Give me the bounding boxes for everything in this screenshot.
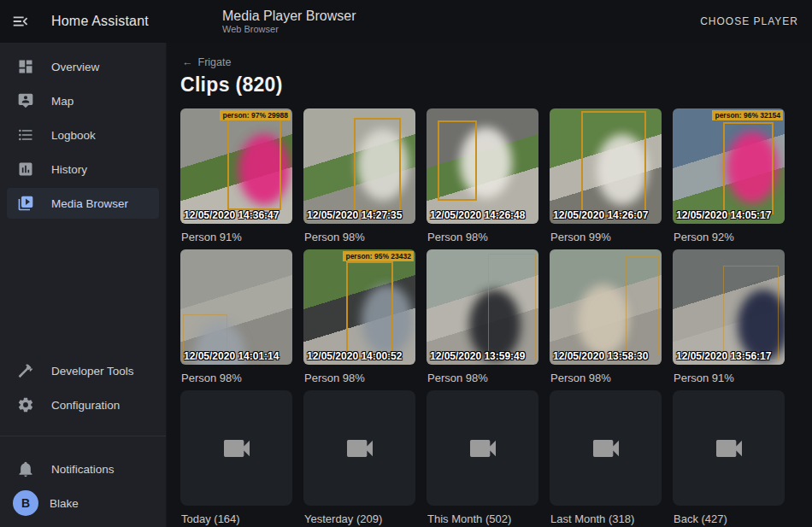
sidebar-item-developer-tools[interactable]: Developer Tools	[7, 355, 159, 386]
page-heading: Clips (820)	[180, 73, 798, 97]
clip-caption: Person 92%	[673, 231, 785, 243]
breadcrumb-label: Frigate	[198, 56, 232, 68]
sidebar-item-map[interactable]: Map	[7, 85, 159, 116]
folder-card[interactable]: This Month (502)	[427, 390, 538, 527]
folder-thumbnail	[550, 390, 662, 506]
clips-grid: person: 97% 29988 12/05/2020 14:36:47 Pe…	[180, 108, 798, 390]
app-title: Home Assistant	[51, 14, 149, 29]
clip-timestamp: 12/05/2020 14:36:47	[184, 209, 279, 221]
user-name: Blake	[50, 497, 79, 510]
video-icon	[589, 431, 623, 466]
sidebar-item-media-browser[interactable]: Media Browser	[7, 188, 159, 219]
video-icon	[343, 431, 377, 466]
clip-card[interactable]: 12/05/2020 13:56:17 Person 91%	[673, 249, 785, 390]
folder-caption: Yesterday (209)	[303, 512, 415, 525]
clip-thumbnail: person: 95% 23432 12/05/2020 14:00:52	[303, 249, 415, 365]
detection-label: person: 95% 23432	[343, 251, 414, 261]
sidebar-item-configuration[interactable]: Configuration	[7, 389, 159, 420]
clip-card[interactable]: 12/05/2020 14:01:14 Person 98%	[180, 249, 292, 390]
detection-box	[581, 111, 646, 217]
clip-card[interactable]: person: 96% 32154 12/05/2020 14:05:17 Pe…	[673, 108, 785, 249]
view-dashboard-icon	[7, 58, 44, 75]
play-box-multiple-icon	[7, 195, 44, 212]
sidebar-item-overview[interactable]: Overview	[7, 51, 159, 82]
detection-box	[438, 120, 477, 202]
sidebar-nav-list: Overview Map Logbook History Media Brows…	[0, 43, 166, 222]
bell-icon	[7, 460, 44, 477]
person-figure	[578, 284, 629, 356]
clip-card[interactable]: person: 97% 29988 12/05/2020 14:36:47 Pe…	[180, 108, 292, 249]
detection-box	[626, 256, 659, 355]
folder-caption: Today (164)	[180, 512, 292, 525]
sidebar-item-notifications[interactable]: Notifications	[7, 454, 159, 484]
clip-timestamp: 12/05/2020 14:01:14	[184, 350, 279, 362]
breadcrumb-back[interactable]: ← Frigate	[182, 56, 231, 68]
clip-timestamp: 12/05/2020 14:27:35	[307, 209, 402, 221]
gear-icon	[7, 396, 44, 413]
clip-thumbnail: 12/05/2020 13:58:30	[550, 249, 662, 365]
clip-caption: Person 98%	[303, 372, 415, 384]
clip-card[interactable]: 12/05/2020 13:58:30 Person 98%	[550, 249, 662, 390]
folder-caption: This Month (502)	[427, 512, 538, 525]
sidebar-divider	[0, 436, 166, 436]
clip-thumbnail: person: 97% 29988 12/05/2020 14:36:47	[180, 108, 292, 224]
folder-thumbnail	[180, 390, 292, 506]
clip-timestamp: 12/05/2020 14:05:17	[676, 209, 771, 221]
sidebar-item-history[interactable]: History	[7, 154, 159, 184]
sidebar-item-label: Notifications	[51, 463, 115, 476]
folder-card[interactable]: Today (164)	[180, 390, 292, 527]
clip-caption: Person 98%	[427, 231, 538, 243]
clip-caption: Person 98%	[180, 372, 292, 384]
folder-card[interactable]: Back (427)	[673, 390, 785, 527]
clip-caption: Person 91%	[180, 231, 292, 243]
clip-caption: Person 98%	[427, 372, 538, 384]
clip-caption: Person 99%	[550, 231, 662, 243]
choose-player-button[interactable]: CHOOSE PLAYER	[688, 7, 810, 36]
folder-thumbnail	[303, 390, 415, 506]
detection-box	[346, 261, 393, 360]
clip-timestamp: 12/05/2020 13:58:30	[553, 350, 648, 362]
page-title-block: Media Player Browser Web Browser	[222, 8, 356, 35]
folders-grid: Today (164) Yesterday (209) This Month (…	[180, 390, 798, 527]
sidebar: Overview Map Logbook History Media Brows…	[0, 43, 167, 527]
folder-thumbnail	[673, 390, 785, 506]
clip-thumbnail: person: 96% 32154 12/05/2020 14:05:17	[673, 108, 785, 224]
video-icon	[712, 431, 746, 466]
sidebar-item-user[interactable]: B Blake	[7, 488, 159, 518]
detection-label: person: 96% 32154	[712, 110, 783, 120]
clip-caption: Person 98%	[303, 231, 415, 243]
clip-card[interactable]: 12/05/2020 13:59:49 Person 98%	[427, 249, 538, 390]
sidebar-item-logbook[interactable]: Logbook	[7, 120, 159, 150]
sidebar-header: Home Assistant	[0, 1, 167, 42]
clip-card[interactable]: 12/05/2020 14:27:35 Person 98%	[303, 108, 415, 249]
clip-timestamp: 12/05/2020 13:56:17	[676, 350, 771, 362]
detection-box	[354, 118, 401, 213]
detection-box	[227, 112, 281, 210]
tooltip-account-icon	[7, 92, 44, 109]
media-browser-content: ← Frigate Clips (820) person: 97% 29988 …	[167, 43, 812, 527]
clip-card[interactable]: 12/05/2020 14:26:48 Person 98%	[427, 108, 538, 249]
menu-open-icon	[11, 12, 30, 31]
folder-caption: Last Month (318)	[550, 512, 662, 525]
page-subtitle: Web Browser	[222, 24, 356, 35]
clip-card[interactable]: person: 95% 23432 12/05/2020 14:00:52 Pe…	[303, 249, 415, 390]
clip-thumbnail: 12/05/2020 14:26:07	[550, 108, 662, 224]
detection-box	[488, 254, 536, 360]
page-title: Media Player Browser	[222, 8, 356, 24]
list-bulleted-icon	[7, 126, 44, 143]
clip-card[interactable]: 12/05/2020 14:26:07 Person 99%	[550, 108, 662, 249]
folder-card[interactable]: Last Month (318)	[550, 390, 662, 527]
detection-box	[723, 122, 774, 214]
top-bar: Home Assistant Media Player Browser Web …	[0, 0, 812, 43]
detection-box	[723, 266, 780, 360]
clip-thumbnail: 12/05/2020 14:26:48	[427, 108, 538, 224]
video-icon	[220, 431, 254, 466]
sidebar-toggle-button[interactable]	[0, 1, 41, 42]
clip-timestamp: 12/05/2020 14:00:52	[307, 350, 402, 362]
folder-caption: Back (427)	[673, 512, 785, 525]
chart-box-icon	[7, 161, 44, 178]
clip-timestamp: 12/05/2020 14:26:07	[553, 209, 648, 221]
video-icon	[466, 431, 500, 466]
detection-label: person: 97% 29988	[220, 110, 291, 120]
folder-card[interactable]: Yesterday (209)	[303, 390, 415, 527]
